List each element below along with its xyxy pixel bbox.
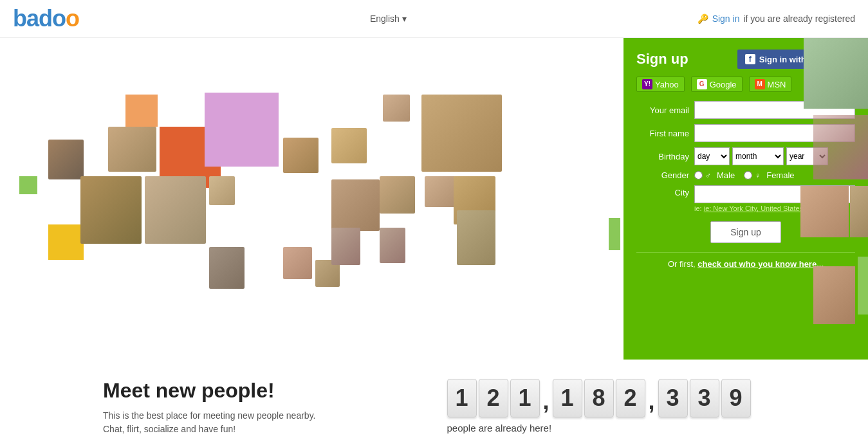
female-radio[interactable] [744, 171, 752, 179]
photo-tile-11 [331, 179, 380, 231]
photo-tile-4 [145, 176, 206, 244]
signin-suffix: if you are already registered [743, 14, 855, 24]
birthday-label: Birthday [636, 152, 694, 161]
photo-tile-7 [283, 138, 319, 173]
language-selector[interactable]: English ▾ [370, 14, 407, 24]
counter-section: 121,182,339 people are already here! [447, 379, 766, 433]
signup-button[interactable]: Sign up [710, 221, 780, 243]
digit-box: 1 [447, 379, 477, 417]
photo-tile-10 [331, 128, 367, 163]
photo-tile-8 [283, 247, 312, 279]
photo-tile-13 [383, 95, 410, 122]
email-label: Your email [636, 105, 694, 115]
signin-link[interactable]: Sign in [712, 14, 740, 24]
color-tile-yellow [48, 224, 84, 260]
photo-tile-19 [457, 210, 495, 265]
logo-text: b [13, 5, 26, 32]
main-content: Sign up f Sign in with Facebook Y! Yahoo… [0, 38, 868, 360]
female-option[interactable]: ♀ Female [744, 170, 794, 180]
key-icon: 🔑 [697, 14, 708, 24]
right-green-strip [858, 257, 868, 315]
google-signin-link[interactable]: G Google [691, 77, 743, 92]
photo-tile-16 [421, 95, 502, 172]
tagline-heading: Meet new people! [103, 379, 421, 403]
day-select[interactable]: day [694, 147, 730, 165]
photo-tile-2 [108, 127, 156, 172]
description-line1: This is the best place for meeting new p… [103, 410, 315, 421]
female-label: Female [766, 170, 794, 180]
facebook-icon: f [745, 54, 755, 64]
digit-box: 1 [553, 379, 582, 417]
right-photo-2 [813, 115, 868, 179]
city-label: City [636, 185, 694, 197]
header-right: 🔑 Sign in if you are already registered [697, 14, 855, 24]
photo-collage [0, 38, 623, 347]
color-tile-orange [125, 95, 158, 127]
comma-separator: , [649, 388, 655, 417]
month-select[interactable]: month [732, 147, 784, 165]
photo-tile-6 [209, 247, 245, 289]
language-label: English [370, 14, 400, 24]
photo-tile-14 [380, 176, 415, 214]
people-count-text: people are already here! [447, 423, 552, 433]
checkout-text: Or first, [668, 259, 696, 269]
counter-digits: 121,182,339 [447, 379, 751, 417]
digit-box: 3 [658, 379, 688, 417]
photo-tile-5 [209, 176, 235, 205]
google-icon: G [697, 79, 707, 89]
photo-tile-1 [48, 140, 84, 179]
yahoo-signin-link[interactable]: Y! Yahoo [636, 77, 685, 92]
comma-separator: , [543, 388, 549, 417]
male-icon: ♂ [705, 171, 714, 180]
male-label: Male [717, 170, 735, 180]
yahoo-label: Yahoo [655, 80, 679, 89]
color-tile-green-right [609, 218, 620, 250]
logo: badoo [13, 5, 79, 32]
digit-box: 2 [479, 379, 508, 417]
description-line2: Chat, flirt, socialize and have fun! [103, 424, 235, 434]
msn-icon: M [755, 79, 765, 89]
digit-box: 9 [721, 379, 751, 417]
msn-label: MSN [768, 80, 786, 89]
photo-tile-3 [80, 176, 142, 244]
yahoo-icon: Y! [642, 79, 652, 89]
msn-signin-link[interactable]: M MSN [749, 77, 792, 92]
tagline-section: Meet new people! This is the best place … [103, 379, 421, 436]
signup-title: Sign up [636, 51, 688, 68]
header: badoo English ▾ 🔑 Sign in if you are alr… [0, 0, 868, 38]
male-option[interactable]: ♂ Male [694, 170, 735, 180]
right-photo-1 [804, 38, 868, 109]
description: This is the best place for meeting new p… [103, 409, 421, 436]
right-photo-5 [813, 266, 855, 324]
digit-box: 3 [690, 379, 719, 417]
photo-tile-17 [425, 176, 456, 207]
gender-label: Gender [636, 170, 694, 180]
right-photo-3 [800, 186, 849, 237]
female-icon: ♀ [755, 171, 764, 180]
digit-box: 2 [616, 379, 645, 417]
male-radio[interactable] [694, 171, 703, 179]
google-label: Google [710, 80, 737, 89]
color-tile-green-small [19, 176, 37, 194]
city-example-link[interactable]: ie: New York City, United States [704, 205, 803, 212]
photo-tile-12 [331, 228, 360, 265]
language-arrow-icon: ▾ [402, 14, 407, 24]
digit-box: 8 [584, 379, 614, 417]
bottom-section: Meet new people! This is the best place … [0, 360, 868, 438]
photo-tile-15 [380, 228, 405, 263]
right-photo-4 [850, 186, 868, 237]
digit-box: 1 [510, 379, 540, 417]
firstname-label: First name [636, 129, 694, 138]
color-tile-purple [205, 93, 279, 167]
gender-options: ♂ Male ♀ Female [694, 170, 795, 180]
right-photos [797, 38, 868, 347]
